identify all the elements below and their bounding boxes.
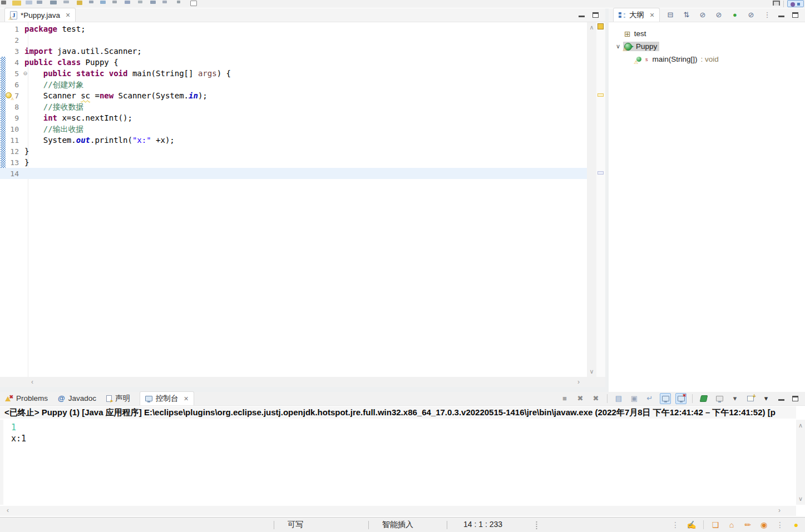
editor-vertical-scrollbar[interactable]: ∧ ∨: [587, 22, 596, 377]
code-line-8[interactable]: 8 //接收数据: [0, 101, 587, 112]
line-number: 2: [0, 35, 24, 46]
scroll-left-arrow[interactable]: ‹: [31, 378, 33, 386]
code-line-13[interactable]: 13}: [0, 157, 587, 168]
fold-collapse-icon[interactable]: [23, 68, 27, 79]
java-perspective-button[interactable]: [787, 0, 804, 7]
close-outline-button[interactable]: ×: [650, 11, 654, 19]
graduation-cap-icon[interactable]: ⌂: [726, 519, 737, 530]
hide-fields-button[interactable]: ⊘: [697, 9, 708, 21]
line-number: 9: [0, 113, 24, 124]
scroll-right-arrow[interactable]: ›: [577, 378, 580, 386]
toolbar-icon-fragment: [125, 1, 130, 4]
drag-handle[interactable]: ⋮: [670, 519, 681, 530]
show-stderr-when-changed-button[interactable]: [675, 393, 687, 404]
console-output[interactable]: 1x:1: [0, 420, 796, 505]
code-text: Scanner sc =new Scanner(System.in);: [24, 91, 208, 100]
maximize-console-button[interactable]: [792, 396, 798, 401]
code-line-2[interactable]: 2: [0, 34, 587, 46]
clear-console-button[interactable]: ▤: [613, 393, 624, 404]
code-line-4[interactable]: 4public class Puppy {: [0, 57, 587, 68]
open-console-dropdown[interactable]: ▾: [760, 393, 772, 404]
tab-outline[interactable]: 大纲 ×: [613, 8, 660, 22]
display-selected-console-button[interactable]: [714, 393, 725, 404]
minimize-console-button[interactable]: [778, 399, 784, 401]
minimize-editor-button[interactable]: [579, 16, 585, 18]
console-horizontal-scrollbar[interactable]: ‹ ›: [0, 506, 796, 516]
magic-wand-icon[interactable]: ✏: [742, 519, 753, 530]
perspective-icon-clipped[interactable]: [773, 1, 780, 6]
tab-puppy-java[interactable]: *Puppy.java ×: [4, 8, 76, 22]
maximize-outline-button[interactable]: [792, 12, 798, 18]
collapse-all-button[interactable]: ⊟: [665, 9, 676, 21]
maximize-editor-button[interactable]: [592, 12, 599, 18]
code-line-1[interactable]: 1package test;: [0, 23, 587, 34]
tab-console[interactable]: 控制台×: [140, 391, 194, 405]
scroll-lock-button[interactable]: ▣: [629, 393, 640, 404]
code-line-5[interactable]: 5 public static void main(String[] args)…: [0, 68, 587, 79]
tip-lightbulb-icon[interactable]: ●: [791, 519, 802, 530]
outline-item-mainstring[interactable]: ⚠smain(String[]) : void: [609, 53, 805, 66]
insert-mode-status[interactable]: 智能插入: [382, 520, 413, 530]
caret-position[interactable]: 14 : 1 : 233: [463, 520, 502, 529]
open-book-icon[interactable]: ❏: [710, 519, 721, 530]
outline-item-puppy[interactable]: ⚠Puppy: [609, 40, 805, 53]
view-menu-button[interactable]: ⋮: [762, 9, 773, 21]
console-vertical-scrollbar[interactable]: ∧ ∨: [796, 420, 805, 505]
outline-item-content[interactable]: ⚠Puppy: [623, 42, 659, 51]
show-stdout-when-changed-button-glyph: [662, 396, 669, 401]
code-line-7[interactable]: 7 Scanner sc =new Scanner(System.in);: [0, 90, 587, 101]
tab-declaration[interactable]: 声明: [101, 391, 135, 405]
code-line-3[interactable]: 3import java.util.Scanner;: [0, 46, 587, 57]
achievement-star-icon[interactable]: ◉: [758, 519, 769, 530]
code-line-9[interactable]: 9 int x=sc.nextInt();: [0, 112, 587, 123]
scroll-right-arrow[interactable]: ›: [778, 506, 781, 514]
close-tab-button[interactable]: ×: [66, 11, 70, 19]
package-icon: [624, 30, 631, 38]
tab-javadoc[interactable]: Javadoc: [53, 391, 101, 405]
separator: [783, 1, 784, 7]
scroll-down-arrow[interactable]: ∨: [796, 495, 805, 503]
tab-problems[interactable]: Problems: [0, 391, 53, 405]
outline-item-content[interactable]: test: [623, 29, 649, 38]
display-console-dropdown[interactable]: ▾: [729, 393, 740, 404]
editor-horizontal-scrollbar[interactable]: ‹ ›: [0, 377, 605, 387]
scroll-left-arrow[interactable]: ‹: [7, 506, 9, 514]
drag-handle[interactable]: ⋮: [774, 519, 786, 530]
hand-stamp-icon[interactable]: ✍: [686, 519, 697, 530]
minimize-outline-button[interactable]: [778, 16, 784, 18]
code-text: //创建对象: [24, 80, 84, 89]
code-editor[interactable]: 1package test;23import java.util.Scanner…: [0, 22, 605, 377]
current-line-marker[interactable]: [597, 171, 604, 175]
open-console-button[interactable]: [745, 393, 756, 404]
scroll-up-arrow[interactable]: ∧: [587, 24, 596, 31]
outline-item-content[interactable]: ⚠smain(String[]) : void: [634, 54, 721, 64]
code-line-10[interactable]: 10 //输出收据: [0, 123, 587, 135]
word-wrap-button[interactable]: ↵: [644, 393, 655, 404]
display-selected-console-button-glyph: [716, 396, 723, 401]
tab-label: Javadoc: [68, 394, 96, 402]
code-line-11[interactable]: 11 System.out.println("x:" +x);: [0, 135, 587, 146]
outline-item-test[interactable]: test: [609, 27, 805, 40]
tab-label: Problems: [16, 394, 48, 402]
hide-static-members-button[interactable]: ⊘: [713, 9, 724, 21]
annotation-summary-marker[interactable]: [597, 23, 604, 29]
hide-local-types-button[interactable]: ⊘: [745, 9, 757, 21]
warning-marker[interactable]: [597, 93, 604, 97]
code-text: }: [24, 147, 29, 156]
code-line-12[interactable]: 12}: [0, 146, 587, 157]
pin-console-button[interactable]: [698, 393, 709, 404]
sort-button[interactable]: ⇅: [681, 9, 692, 21]
scroll-up-arrow[interactable]: ∧: [796, 422, 805, 429]
close-tab-button[interactable]: ×: [184, 394, 189, 403]
code-line-14[interactable]: 14: [0, 168, 587, 179]
expander-icon[interactable]: [613, 43, 623, 50]
quickfix-lightbulb-icon[interactable]: [5, 92, 13, 100]
remove-launch-button[interactable]: ✖: [575, 393, 586, 404]
show-stdout-when-changed-button[interactable]: [660, 393, 671, 404]
terminate-button[interactable]: ■: [559, 393, 570, 404]
hide-non-public-members-button[interactable]: ●: [729, 9, 740, 21]
overview-ruler[interactable]: [596, 22, 605, 377]
scroll-down-arrow[interactable]: ∨: [587, 368, 596, 375]
remove-all-terminated-button[interactable]: ✖: [590, 393, 601, 404]
code-line-6[interactable]: 6 //创建对象: [0, 79, 587, 90]
